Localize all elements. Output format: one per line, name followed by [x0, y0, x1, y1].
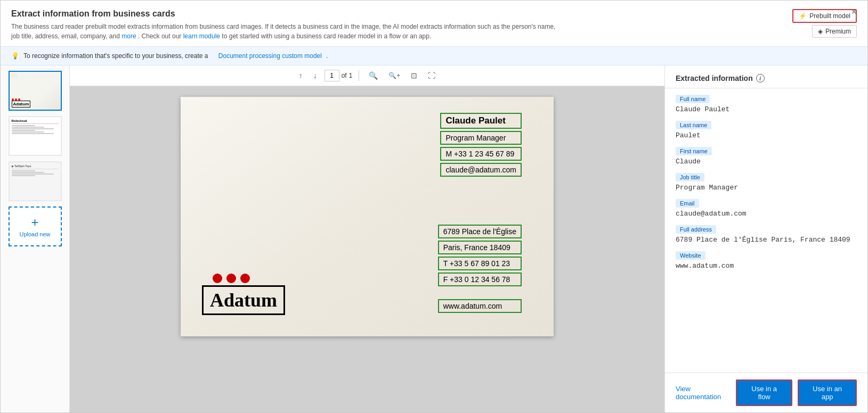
- up-arrow-icon: ↑: [299, 71, 303, 80]
- dialog-container: Extract information from business cards …: [0, 0, 868, 413]
- learn-module-link[interactable]: learn module: [183, 32, 220, 40]
- thumb-line: [12, 131, 45, 133]
- zoom-out-icon: 🔍: [369, 71, 378, 80]
- upload-new-label: Upload new: [19, 231, 50, 237]
- fit-page-button[interactable]: ⊡: [408, 70, 420, 81]
- plus-icon: +: [31, 216, 38, 229]
- upload-new-button[interactable]: + Upload new: [9, 206, 62, 246]
- card-title: Program Manager: [440, 131, 522, 145]
- card-fax: F +33 0 12 34 56 78: [438, 272, 522, 286]
- red-dots: [213, 274, 250, 283]
- page-input-group: of 1: [325, 70, 353, 81]
- card-phone1: M +33 1 23 45 67 89: [440, 147, 522, 161]
- close-button[interactable]: ×: [851, 7, 857, 16]
- thumb-card-2: Rolecloud: [10, 117, 61, 155]
- thumb-line: [12, 130, 35, 131]
- extracted-header: Extracted information i: [665, 65, 867, 88]
- field-label-fulladdress: Full address: [676, 225, 716, 234]
- adatum-logo: Adatum: [202, 285, 285, 315]
- info-banner: 💡 To recognize information that's specif…: [1, 47, 867, 65]
- zoom-out-button[interactable]: 🔍: [366, 70, 381, 81]
- field-value-fullname: Claude Paulet: [676, 105, 857, 113]
- thumbnail-item-3[interactable]: ▶ TailSpin Toys: [9, 161, 62, 201]
- banner-text-end: .: [326, 52, 328, 60]
- thumb-line: [12, 172, 45, 173]
- red-dot-left: [213, 274, 222, 283]
- field-value-website: www.adatum.com: [676, 262, 857, 270]
- thumb-line: [12, 133, 54, 134]
- field-value-email: claude@adatum.com: [676, 210, 857, 218]
- more-link[interactable]: more: [121, 32, 136, 40]
- field-value-lastname: Paulet: [676, 131, 857, 139]
- use-in-app-button[interactable]: Use in an app: [798, 379, 857, 406]
- use-in-flow-button[interactable]: Use in a flow: [736, 379, 792, 406]
- down-arrow-icon: ↓: [313, 71, 317, 80]
- header-buttons: ⚡ Prebuilt model ◈ Premium: [772, 9, 857, 38]
- viewer-toolbar: ↑ ↓ of 1 🔍 🔍+ ⊡: [70, 65, 664, 86]
- fullscreen-icon: ⛶: [428, 71, 435, 80]
- page-up-button[interactable]: ↑: [296, 70, 306, 81]
- thumb-card-3: ▶ TailSpin Toys: [10, 162, 61, 200]
- card-email: claude@adatum.com: [440, 163, 522, 177]
- field-value-fulladdress: 6789 Place de l'Église Paris, France 184…: [676, 236, 857, 244]
- premium-button[interactable]: ◈ Premium: [812, 25, 857, 38]
- extracted-footer: View documentation Use in a flow Use in …: [665, 373, 867, 412]
- subtitle-end: to get started with using a business car…: [222, 32, 431, 40]
- thumb-line: [12, 128, 54, 129]
- extracted-content[interactable]: Full name Claude Paulet Last name Paulet…: [665, 88, 867, 373]
- zoom-in-button[interactable]: 🔍+: [385, 71, 403, 80]
- thumbnail-item-2[interactable]: Rolecloud: [9, 116, 62, 156]
- subtitle-suffix: . Check out our: [138, 32, 181, 40]
- thumb-rolecloud-label: Rolecloud: [12, 119, 59, 124]
- page-down-button[interactable]: ↓: [310, 70, 320, 81]
- toolbar-divider: [359, 70, 359, 81]
- extracted-field-website: Website www.adatum.com: [676, 251, 857, 270]
- extracted-field-lastname: Last name Paulet: [676, 121, 857, 139]
- extracted-field-fullname: Full name Claude Paulet: [676, 95, 857, 113]
- card-content: Claude Paulet Program Manager M +33 1 23…: [181, 97, 554, 336]
- document-processing-link[interactable]: Document processing custom model: [218, 52, 322, 60]
- fullscreen-button[interactable]: ⛶: [425, 70, 439, 81]
- banner-text: To recognize information that's specific…: [23, 52, 208, 60]
- field-label-website: Website: [676, 251, 705, 260]
- field-label-fullname: Full name: [676, 95, 710, 103]
- field-value-jobtitle: Program Manager: [676, 184, 857, 192]
- field-label-firstname: First name: [676, 147, 712, 155]
- info-group: Claude Paulet Program Manager M +33 1 23…: [440, 113, 522, 177]
- extracted-field-email: Email claude@adatum.com: [676, 199, 857, 218]
- card-address2: Paris, France 18409: [438, 241, 522, 254]
- card-address1: 6789 Place de l'Église: [438, 225, 522, 238]
- main-content: ...... ...... ....... ...... Adatum: [1, 65, 867, 412]
- thumbnail-panel: ...... ...... ....... ...... Adatum: [1, 65, 70, 412]
- fit-page-icon: ⊡: [411, 71, 417, 80]
- prebuilt-model-label: Prebuilt model: [809, 12, 850, 20]
- dialog-title-area: Extract information from business cards …: [11, 9, 772, 41]
- view-documentation-link[interactable]: View documentation: [676, 385, 731, 401]
- dialog-header: Extract information from business cards …: [1, 1, 867, 47]
- page-number-input[interactable]: [325, 70, 339, 81]
- prebuilt-model-button[interactable]: ⚡ Prebuilt model: [792, 9, 857, 23]
- thumb-lines-2: [12, 125, 59, 134]
- field-label-email: Email: [676, 199, 699, 208]
- page-of-label: of: [342, 72, 347, 79]
- info-circle-icon: i: [756, 74, 765, 82]
- thumb-card-1: ...... ...... ....... ...... Adatum: [10, 72, 61, 110]
- card-name: Claude Paulet: [440, 113, 522, 129]
- prebuilt-icon: ⚡: [799, 12, 807, 20]
- extracted-panel: Extracted information i Full name Claude…: [665, 65, 867, 412]
- dialog-subtitle: The business card reader prebuilt model …: [11, 22, 565, 41]
- viewer-content[interactable]: Claude Paulet Program Manager M +33 1 23…: [70, 86, 664, 412]
- business-card: Claude Paulet Program Manager M +33 1 23…: [181, 97, 554, 336]
- thumb-tailspin-label: ▶ TailSpin Toys: [12, 164, 59, 169]
- extracted-header-label: Extracted information: [676, 74, 753, 82]
- red-dot-middle: [226, 274, 236, 283]
- red-dot-right: [240, 274, 250, 283]
- thumb-line: [12, 127, 45, 128]
- thumb-adatum-label: Adatum: [12, 101, 31, 108]
- thumb-line: [12, 175, 35, 176]
- field-label-jobtitle: Job title: [676, 173, 704, 181]
- page-total-label: 1: [349, 72, 353, 79]
- field-label-lastname: Last name: [676, 121, 711, 129]
- thumbnail-item-1[interactable]: ...... ...... ....... ...... Adatum: [9, 71, 62, 111]
- card-website: www.adatum.com: [438, 299, 522, 313]
